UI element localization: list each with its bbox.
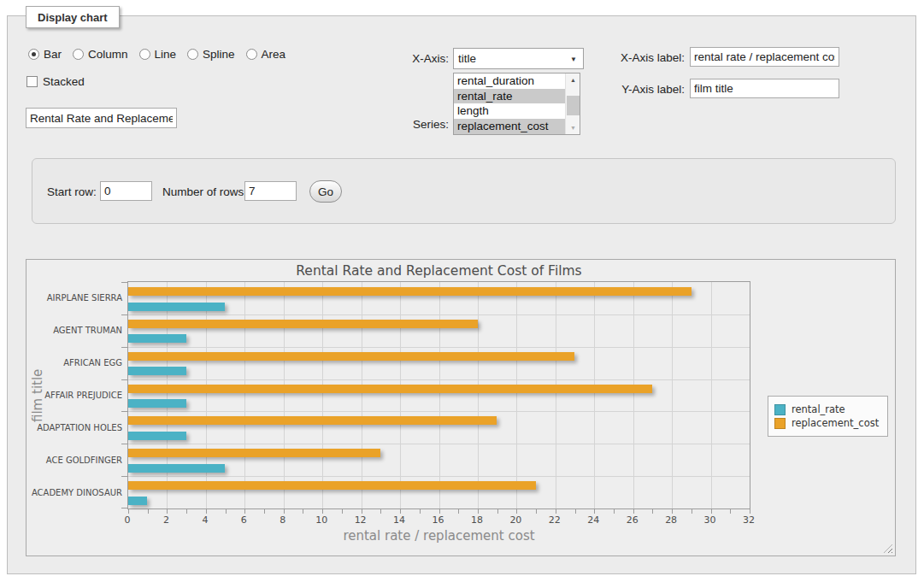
category-label: AFRICAN EGG (24, 347, 122, 379)
x-axis-tick (244, 509, 245, 514)
page: Display chart Bar Column Line Spline Are… (0, 0, 924, 582)
category-label: AIRPLANE SIERRA (24, 282, 122, 315)
radio-icon (187, 49, 198, 60)
category-label: ACE GOLDFINGER (24, 444, 122, 476)
chart-type-option-bar[interactable]: Bar (28, 48, 62, 61)
checkbox-icon (26, 76, 38, 87)
dropdown-arrow-icon: ▼ (570, 56, 577, 63)
y-axis-tick (121, 476, 127, 477)
gridline (128, 347, 750, 348)
x-axis-tick (322, 509, 323, 514)
x-axis-tick (439, 509, 440, 514)
chart-type-option-area[interactable]: Area (246, 48, 286, 61)
x-axis-tick (633, 509, 634, 514)
chart-type-option-column[interactable]: Column (73, 48, 128, 61)
gridline (633, 282, 634, 509)
bar-rental_rate (128, 497, 147, 505)
x-axis-tick-label: 24 (587, 514, 599, 526)
chart-type-label: Column (88, 48, 128, 61)
x-axis-tick (536, 509, 537, 514)
resize-grip-icon[interactable] (884, 544, 892, 553)
gridline (128, 379, 750, 380)
x-axis-tick (478, 509, 479, 514)
scroll-down-icon[interactable]: ▼ (566, 121, 580, 134)
x-axis-select-value: title (458, 52, 476, 65)
x-axis-tick (303, 509, 303, 514)
x-axis-tick (556, 509, 556, 514)
x-axis-tick (264, 509, 265, 514)
x-axis-tick (692, 509, 692, 514)
x-axis-tick-label: 12 (355, 514, 367, 526)
start-row-input[interactable] (100, 181, 152, 201)
chart-type-label: Bar (44, 48, 62, 61)
x-axis-tick-label: 20 (509, 514, 521, 526)
series-option[interactable]: replacement_cost (454, 119, 565, 134)
gridline (400, 282, 401, 509)
gridline (672, 282, 673, 509)
x-axis-tick-label: 4 (202, 514, 208, 526)
listbox-scrollbar[interactable]: ▲ ▼ (565, 73, 580, 134)
radio-icon (139, 49, 150, 60)
bar-replacement_cost (128, 287, 692, 296)
chart-title-input[interactable] (26, 108, 177, 128)
legend-swatch-icon (774, 404, 786, 415)
gridline (206, 282, 207, 509)
chart-type-option-line[interactable]: Line (139, 48, 177, 61)
x-axis-tick-label: 28 (665, 514, 677, 526)
y-axis-tick (121, 444, 127, 444)
num-rows-input[interactable] (244, 181, 297, 201)
gridline (594, 282, 595, 509)
x-axis-tick (516, 509, 517, 514)
x-axis-tick (420, 509, 421, 514)
gridline (244, 282, 245, 509)
x-axis-tick (614, 509, 615, 514)
bar-replacement_cost (128, 449, 380, 457)
series-option[interactable]: rental_rate (454, 89, 565, 104)
chart-type-option-spline[interactable]: Spline (187, 48, 235, 61)
stacked-checkbox[interactable]: Stacked (26, 75, 85, 88)
y-axis-tick (121, 508, 127, 509)
category-label: ADAPTATION HOLES (24, 411, 122, 444)
legend-item: replacement_cost (774, 417, 879, 429)
bar-rental_rate (128, 464, 225, 473)
series-option[interactable]: rental_duration (454, 73, 565, 89)
rows-panel (32, 158, 896, 224)
x-axis-tick-labels: 02468101214161820222426283032 (127, 514, 750, 526)
x-axis-label: X-Axis: (342, 52, 449, 65)
bar-replacement_cost (128, 416, 497, 425)
gridline (322, 282, 323, 509)
x-axis-tick-label: 0 (125, 514, 131, 526)
legend-label: replacement_cost (792, 417, 879, 429)
x-axis-tick (148, 509, 149, 514)
gridline (439, 282, 440, 509)
go-button[interactable]: Go (309, 180, 342, 203)
chart-title: Rental Rate and Replacement Cost of Film… (127, 263, 750, 279)
x-axis-tick (575, 509, 576, 514)
x-axis-tick (672, 509, 673, 514)
x-axis-tick-label: 14 (393, 514, 405, 526)
x-axis-tick (594, 509, 595, 514)
x-axis-tick-label: 10 (315, 514, 327, 526)
x-axis-tick-label: 8 (280, 514, 285, 526)
bar-rental_rate (128, 367, 186, 375)
x-axis-tick (128, 509, 129, 514)
chart-type-label: Spline (203, 48, 235, 61)
series-listbox[interactable]: rental_durationrental_ratelengthreplacem… (453, 73, 580, 135)
bar-replacement_cost (128, 385, 652, 393)
category-label: ACADEMY DINOSAUR (24, 476, 122, 509)
chart-container: Rental Rate and Replacement Cost of Film… (26, 259, 896, 556)
x-axis-select[interactable]: title ▼ (453, 48, 584, 69)
chart-plot: AIRPLANE SIERRAAGENT TRUMANAFRICAN EGGAF… (127, 281, 750, 509)
scroll-up-icon[interactable]: ▲ (566, 73, 580, 86)
y-axis-label-field-label: Y-Axis label: (588, 83, 685, 96)
legend-swatch-icon (774, 418, 786, 429)
y-axis-label-input[interactable] (690, 79, 839, 98)
series-option[interactable]: length (454, 103, 565, 119)
x-axis-label-input[interactable] (690, 47, 839, 67)
start-row-label: Start row: (47, 185, 97, 198)
gridline (128, 315, 750, 315)
bar-rental_rate (128, 334, 186, 343)
scrollbar-thumb[interactable] (567, 96, 580, 115)
radio-icon (28, 49, 39, 60)
x-axis-tick-label: 16 (433, 514, 444, 526)
